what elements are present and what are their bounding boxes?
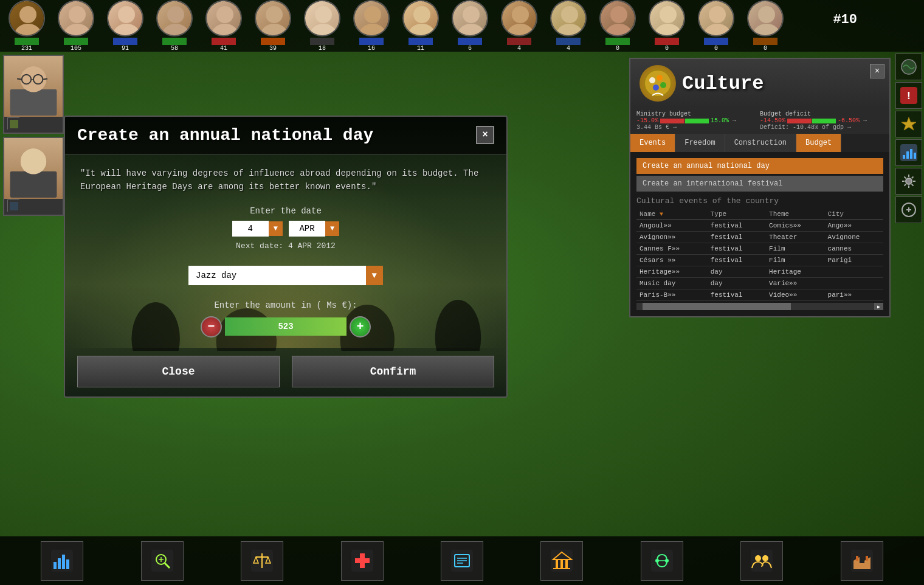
leader-item[interactable]: #2 105: [52, 0, 100, 52]
leader-item[interactable]: #8 16: [348, 0, 395, 52]
table-row[interactable]: Paris-B»»festivalVideo»»pari»»: [636, 289, 883, 301]
svg-rect-43: [10, 171, 57, 198]
col-name[interactable]: Name ▼: [636, 209, 708, 220]
map-icon[interactable]: [895, 54, 922, 80]
deficit-sub: Deficit: -10.48% of gdp →: [760, 124, 883, 131]
leader-flag: [162, 38, 187, 45]
leader-item[interactable]: #5 41: [200, 0, 247, 52]
col-theme[interactable]: Theme: [766, 209, 824, 220]
diplomacy-button[interactable]: [641, 541, 683, 581]
zoom-in-icon[interactable]: [895, 196, 922, 223]
table-row[interactable]: Angoul»»festivalComics»»Ango»»: [636, 220, 883, 232]
month-dropdown[interactable]: APR ▼: [289, 221, 339, 237]
leader-item[interactable]: #14 0: [643, 0, 691, 52]
leader-item[interactable]: #16 0: [742, 0, 789, 52]
government-button[interactable]: [540, 541, 583, 581]
day-value: 4: [232, 221, 269, 237]
table-row[interactable]: Cannes F»»festivalFilmcannes: [636, 243, 883, 255]
cell-theme: Heritage: [766, 266, 824, 278]
leader-item[interactable]: #15 0: [692, 0, 740, 52]
leader-bar: #1 231 #2 105 #3 91 #4: [0, 0, 924, 52]
svg-rect-94: [565, 559, 568, 568]
amount-decrease-button[interactable]: −: [201, 316, 222, 338]
leader-item[interactable]: #12 4: [545, 0, 592, 52]
tab-events[interactable]: Events: [630, 134, 675, 152]
close-button[interactable]: Close: [77, 356, 280, 387]
tab-construction[interactable]: Construction: [725, 134, 796, 152]
research-button[interactable]: [141, 541, 184, 581]
next-date-label: Next date: 4 APR 2012: [80, 241, 491, 251]
events-table-container: Name ▼ Type Theme City Angoul»»festivalC…: [636, 209, 883, 301]
tab-budget[interactable]: Budget: [796, 134, 841, 152]
population-button[interactable]: [740, 541, 783, 581]
leader-item[interactable]: #11 4: [495, 0, 543, 52]
confirm-button[interactable]: Confirm: [292, 356, 494, 387]
amount-increase-button[interactable]: +: [350, 316, 371, 338]
leader-item[interactable]: #9 11: [397, 0, 444, 52]
cell-name: Cannes F»»: [636, 243, 708, 255]
alert-icon[interactable]: !: [895, 82, 922, 109]
settings-icon[interactable]: [895, 168, 922, 195]
leader-flag: [261, 38, 285, 45]
cell-name: Heritage»»: [636, 266, 708, 278]
svg-point-21: [507, 24, 534, 36]
dialog-title: Create an annual national day: [77, 126, 476, 145]
event-item-national-day[interactable]: Create an annual national day: [636, 158, 883, 174]
stats-icon[interactable]: [895, 139, 922, 166]
table-row[interactable]: Music daydayVarie»»: [636, 278, 883, 289]
leader-item[interactable]: #7 18: [298, 0, 346, 52]
leader-flag: [15, 38, 39, 45]
theme-dropdown[interactable]: Jazz day ▼: [188, 266, 383, 285]
svg-point-11: [261, 24, 288, 36]
table-row[interactable]: Avignon»»festivalTheaterAvignone: [636, 232, 883, 243]
leader-item[interactable]: #6 39: [249, 0, 297, 52]
svg-point-15: [359, 24, 386, 36]
month-dropdown-arrow[interactable]: ▼: [325, 221, 339, 236]
col-city[interactable]: City: [825, 209, 883, 220]
health-button[interactable]: [341, 541, 384, 581]
col-type[interactable]: Type: [708, 209, 766, 220]
table-scrollbar[interactable]: ▶: [636, 303, 883, 310]
leader-item[interactable]: #4 58: [151, 0, 198, 52]
svg-point-64: [653, 85, 659, 91]
svg-rect-54: [910, 149, 912, 159]
svg-point-19: [458, 24, 484, 36]
advisor-1[interactable]: [3, 55, 64, 134]
dialog-close-button[interactable]: ×: [476, 126, 494, 144]
cultural-events-title: Cultural events of the country: [636, 196, 883, 206]
svg-rect-33: [10, 89, 57, 116]
star-icon[interactable]: [895, 111, 922, 137]
theme-dropdown-arrow[interactable]: ▼: [366, 266, 383, 285]
svg-rect-53: [906, 151, 909, 159]
day-dropdown-arrow[interactable]: ▼: [269, 221, 283, 236]
leader-item[interactable]: #1 231: [3, 0, 50, 52]
dialog-buttons: Close Confirm: [65, 350, 506, 396]
right-icon-panel: !: [894, 52, 924, 225]
leader-flag: [359, 38, 384, 45]
ministry-budget-values: -15.0% 15.0% →: [636, 117, 760, 124]
scroll-right-arrow[interactable]: ▶: [874, 303, 883, 310]
industry-button[interactable]: [841, 541, 883, 581]
scroll-thumb[interactable]: [643, 303, 791, 310]
deficit-section: Budget deficit -14.50% -6.50% → Deficit:…: [760, 111, 883, 131]
education-button[interactable]: [441, 541, 483, 581]
day-dropdown[interactable]: 4 ▼: [232, 221, 283, 237]
amount-label: Enter the amount in ( Ms €):: [80, 300, 491, 310]
leader-item[interactable]: #13 0: [594, 0, 641, 52]
tab-freedom[interactable]: Freedom: [675, 134, 725, 152]
culture-close-button[interactable]: ×: [870, 64, 884, 78]
svg-point-6: [167, 6, 184, 23]
cell-type: festival: [708, 255, 766, 266]
leader-item[interactable]: #3 91: [102, 0, 149, 52]
budget-bar: Ministry budget -15.0% 15.0% → 3.44 Bs €…: [630, 108, 889, 134]
cell-type: festival: [708, 232, 766, 243]
svg-point-63: [660, 82, 666, 88]
table-row[interactable]: Heritage»»dayHeritage: [636, 266, 883, 278]
leader-item[interactable]: #10 6: [446, 0, 494, 52]
economy-button[interactable]: [41, 541, 83, 581]
table-row[interactable]: Césars »»festivalFilmParigi: [636, 255, 883, 266]
event-item-international-festival[interactable]: Create an international festival: [636, 176, 883, 192]
law-button[interactable]: [241, 541, 283, 581]
advisor-2[interactable]: [3, 137, 64, 216]
date-section: Enter the date 4 ▼ APR ▼ Next date: 4 AP…: [80, 206, 491, 251]
